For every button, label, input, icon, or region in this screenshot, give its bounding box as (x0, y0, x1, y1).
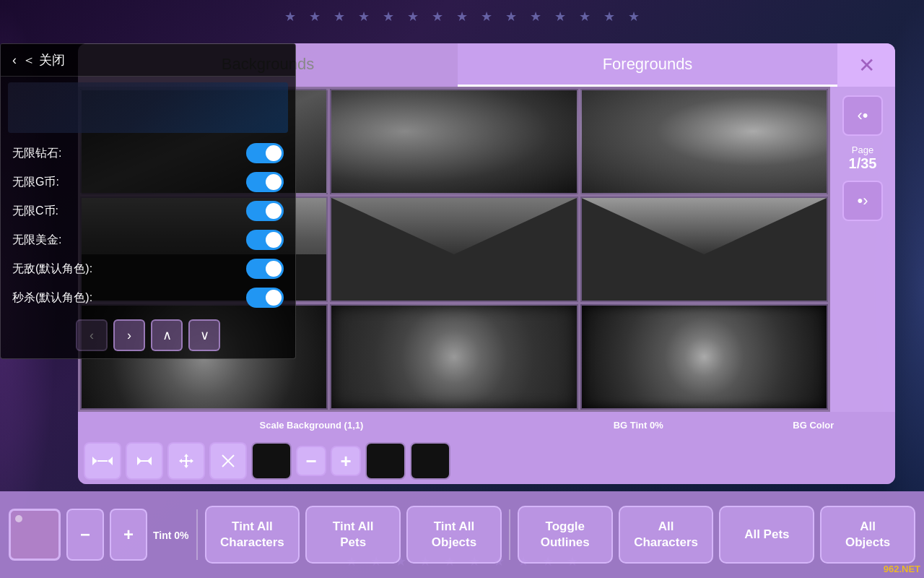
svg-point-3 (94, 460, 97, 462)
cheat-invincible-toggle[interactable] (246, 259, 284, 279)
star-icon: ★ (481, 9, 492, 25)
bg-color-swatch-1[interactable] (365, 442, 406, 480)
cheat-ccoin-toggle[interactable] (246, 201, 284, 221)
star-icon: ★ (603, 9, 615, 25)
bg-color-swatch-2[interactable] (410, 442, 450, 480)
star-icon: ★ (456, 9, 468, 25)
cheat-nav-left[interactable]: ‹ (76, 319, 108, 351)
all-pets-button[interactable]: All Pets (719, 506, 814, 564)
close-button[interactable]: ✕ (837, 43, 895, 87)
star-icon: ★ (530, 9, 541, 25)
plus-icon: + (123, 525, 134, 545)
bottom-bar: − + Tint 0% Tint AllCharacters Tint AllP… (0, 491, 924, 578)
cheat-ccoin-label: 无限C币: (12, 204, 246, 219)
divider-1 (196, 509, 198, 560)
all-characters-button[interactable]: AllCharacters (619, 506, 714, 564)
reset-btn[interactable] (209, 442, 247, 480)
grid-cell-4[interactable] (330, 197, 578, 302)
next-page-button[interactable]: •› (842, 181, 883, 221)
star-icon: ★ (554, 9, 566, 25)
star-icon: ★ (358, 9, 370, 25)
close-icon: ✕ (858, 53, 875, 77)
star-icon: ★ (334, 9, 345, 25)
toggle-outlines-button[interactable]: ToggleOutlines (518, 506, 613, 564)
toolbar-controls: − + (78, 438, 895, 484)
cheat-row-ccoin: 无限C币: (1, 197, 295, 225)
svg-point-14 (185, 460, 188, 462)
next-page-icon: •› (857, 191, 868, 210)
compress-btn[interactable] (126, 442, 163, 480)
scale-arrows-btn[interactable] (84, 442, 121, 480)
bg-tint-plus[interactable]: + (331, 446, 361, 476)
svg-rect-2 (97, 460, 108, 462)
tint-all-characters-label: Tint AllCharacters (217, 519, 287, 551)
cheat-gcoin-label: 无限G币: (12, 175, 246, 190)
grid-cell-7[interactable] (330, 304, 578, 410)
cheat-diamonds-label: 无限钻石: (12, 146, 246, 161)
cheat-row-gcoin: 无限G币: (1, 168, 295, 197)
tab-foregrounds[interactable]: Foregrounds (458, 43, 837, 87)
bg-tint-label: BG Tint 0% (545, 420, 732, 431)
tab-foregrounds-label: Foregrounds (603, 55, 693, 74)
minus-icon: − (80, 525, 90, 545)
grid-cell-2[interactable] (580, 89, 828, 194)
prev-page-icon: ‹• (857, 106, 868, 125)
tint-color-swatch[interactable] (9, 509, 61, 561)
cheat-nav-down[interactable]: ∨ (188, 319, 220, 351)
cheat-panel: ‹ ＜ 关闭 无限钻石: 无限G币: 无限C币: 无限美金: 无敌(默认角色):… (0, 43, 296, 359)
cheat-nav-up[interactable]: ∧ (151, 319, 183, 351)
star-icon: ★ (383, 9, 394, 25)
watermark: 962.NET (884, 564, 920, 574)
cheat-preview (8, 82, 288, 133)
tint-all-pets-button[interactable]: Tint AllPets (305, 506, 401, 564)
cheat-panel-close-label[interactable]: ＜ 关闭 (22, 51, 65, 69)
bg-color-label: BG Color (732, 420, 895, 431)
page-number: 1/35 (849, 155, 877, 172)
cheat-gold-label: 无限美金: (12, 233, 246, 248)
star-icon: ★ (579, 9, 590, 25)
star-icon: ★ (505, 9, 517, 25)
tint-all-pets-label: Tint AllPets (330, 519, 377, 551)
star-icon: ★ (284, 9, 296, 25)
toggle-outlines-label: ToggleOutlines (538, 519, 593, 551)
toolbar-labels: Scale Background (1,1) BG Tint 0% BG Col… (78, 412, 895, 438)
cheat-row-onehit: 秒杀(默认角色): (1, 283, 295, 312)
svg-rect-7 (141, 460, 148, 462)
star-icon: ★ (432, 9, 443, 25)
tint-minus-button[interactable]: − (66, 509, 104, 561)
bg-tint-minus[interactable]: − (296, 446, 326, 476)
cheat-row-invincible: 无敌(默认角色): (1, 254, 295, 283)
page-label: Page (849, 144, 877, 155)
cheat-gcoin-toggle[interactable] (246, 172, 284, 192)
grid-cell-5[interactable] (580, 197, 828, 302)
svg-point-4 (108, 460, 111, 462)
tint-percent-label: Tint 0% (153, 530, 189, 541)
grid-cell-8[interactable] (580, 304, 828, 410)
move-btn[interactable] (167, 442, 205, 480)
close-icon: ‹ (12, 53, 17, 68)
cheat-onehit-label: 秒杀(默认角色): (12, 290, 246, 306)
dialog-toolbar: Scale Background (1,1) BG Tint 0% BG Col… (78, 412, 895, 484)
prev-page-button[interactable]: ‹• (842, 95, 883, 136)
tint-all-objects-label: Tint AllObjects (429, 519, 479, 551)
cheat-nav-right[interactable]: › (113, 319, 145, 351)
cheat-invincible-label: 无敌(默认角色): (12, 262, 246, 277)
tint-all-objects-button[interactable]: Tint AllObjects (406, 506, 502, 564)
cheat-panel-header[interactable]: ‹ ＜ 关闭 (1, 44, 295, 77)
divider-2 (509, 509, 510, 560)
tint-all-characters-button[interactable]: Tint AllCharacters (205, 506, 300, 564)
cheat-diamonds-toggle[interactable] (246, 143, 284, 163)
cheat-row-gold: 无限美金: (1, 225, 295, 254)
stars-top: ★ ★ ★ ★ ★ ★ ★ ★ ★ ★ ★ ★ ★ ★ ★ (0, 6, 924, 27)
star-icon: ★ (309, 9, 321, 25)
bg-tint-swatch[interactable] (251, 442, 292, 480)
cheat-gold-toggle[interactable] (246, 230, 284, 250)
cheat-onehit-toggle[interactable] (246, 288, 284, 308)
tint-swatch-dot (15, 515, 22, 522)
all-objects-button[interactable]: AllObjects (820, 506, 915, 564)
cheat-nav: ‹ › ∧ ∨ (1, 312, 295, 351)
cheat-row-diamonds: 无限钻石: (1, 139, 295, 168)
tint-plus-button[interactable]: + (110, 509, 147, 561)
star-icon: ★ (407, 9, 419, 25)
grid-cell-1[interactable] (330, 89, 578, 194)
